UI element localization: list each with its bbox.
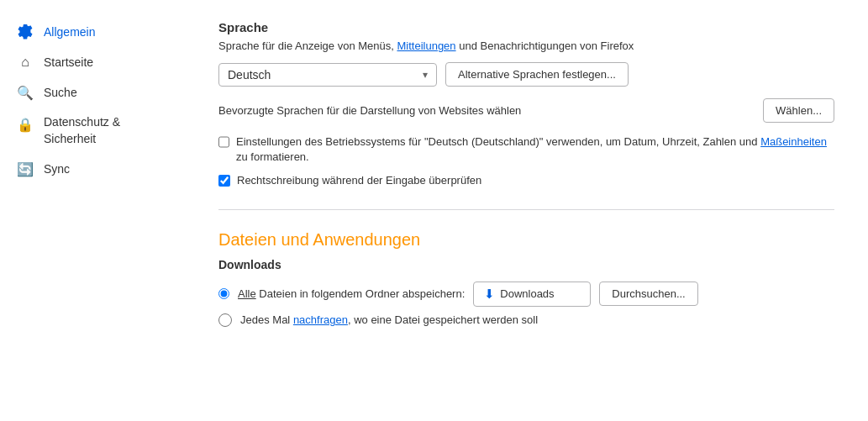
chevron-down-icon: ▾ bbox=[423, 69, 428, 81]
alle-dateien-label: Alle Dateien in folgendem Ordner abspeic… bbox=[238, 287, 465, 300]
gear-icon bbox=[17, 24, 34, 40]
sync-icon: 🔄 bbox=[17, 161, 34, 177]
nachfragen-label: Jedes Mal nachfragen, wo eine Datei gesp… bbox=[240, 313, 538, 326]
rechtschreibung-checkbox[interactable] bbox=[218, 175, 230, 187]
radio-row-alle-dateien: Alle Dateien in folgendem Ordner abspeic… bbox=[218, 282, 834, 307]
nachfragen-radio[interactable] bbox=[218, 313, 232, 327]
maseinheiten-link[interactable]: Maßeinheiten bbox=[760, 135, 827, 148]
download-folder-button[interactable]: ⬇ Downloads bbox=[473, 282, 591, 307]
durchsuchen-button[interactable]: Durchsuchen... bbox=[599, 282, 697, 306]
download-arrow-icon: ⬇ bbox=[484, 287, 495, 302]
language-row: Deutsch ▾ Alternative Sprachen festlegen… bbox=[218, 62, 834, 87]
alle-dateien-radio[interactable] bbox=[218, 288, 229, 299]
language-select[interactable]: Deutsch ▾ bbox=[218, 63, 437, 87]
betriebssystem-checkbox[interactable] bbox=[218, 136, 229, 148]
lock-icon: 🔒 bbox=[17, 116, 34, 133]
rechtschreibung-label: Rechtschreibung während der Eingabe über… bbox=[237, 173, 481, 188]
sprache-title: Sprache bbox=[218, 20, 834, 34]
checkbox-row-betriebssystem: Einstellungen des Betriebssystems für "D… bbox=[218, 134, 834, 165]
downloads-label: Downloads bbox=[218, 258, 834, 271]
alternative-sprachen-button[interactable]: Alternative Sprachen festlegen... bbox=[445, 62, 629, 87]
sidebar-item-label-datenschutz: Datenschutz &Sicherheit bbox=[44, 114, 120, 147]
website-lang-desc: Bevorzugte Sprachen für die Darstellung … bbox=[218, 104, 521, 117]
sidebar-item-startseite[interactable]: ⌂ Startseite bbox=[0, 47, 185, 77]
sidebar-item-label-sync: Sync bbox=[44, 162, 70, 176]
website-lang-row: Bevorzugte Sprachen für die Darstellung … bbox=[218, 98, 834, 123]
search-icon: 🔍 bbox=[17, 84, 34, 101]
dateien-title: Dateien und Anwendungen bbox=[218, 230, 834, 250]
language-value: Deutsch bbox=[228, 68, 271, 82]
mitteilungen-link[interactable]: Mitteilungen bbox=[397, 39, 455, 52]
checkbox-row-rechtschreibung: Rechtschreibung während der Eingabe über… bbox=[218, 173, 834, 188]
section-divider bbox=[218, 209, 834, 210]
sidebar-item-label-startseite: Startseite bbox=[44, 55, 93, 69]
sidebar: Allgemein ⌂ Startseite 🔍 Suche 🔒 Datensc… bbox=[0, 0, 185, 421]
download-folder-label: Downloads bbox=[500, 287, 554, 300]
sidebar-item-datenschutz[interactable]: 🔒 Datenschutz &Sicherheit bbox=[0, 108, 185, 154]
betriebssystem-label: Einstellungen des Betriebssystems für "D… bbox=[236, 134, 834, 165]
sidebar-item-label-suche: Suche bbox=[44, 86, 77, 99]
home-icon: ⌂ bbox=[17, 54, 34, 71]
sidebar-item-suche[interactable]: 🔍 Suche bbox=[0, 77, 185, 108]
main-content: Sprache Sprache für die Anzeige von Menü… bbox=[185, 0, 868, 421]
sidebar-item-sync[interactable]: 🔄 Sync bbox=[0, 154, 185, 184]
waehlen-button[interactable]: Wählen... bbox=[763, 98, 834, 123]
sidebar-item-allgemein[interactable]: Allgemein bbox=[0, 17, 185, 47]
sprache-desc: Sprache für die Anzeige von Menüs, Mitte… bbox=[218, 39, 834, 52]
radio-row-nachfragen: Jedes Mal nachfragen, wo eine Datei gesp… bbox=[218, 313, 834, 327]
sidebar-item-label-allgemein: Allgemein bbox=[44, 25, 95, 39]
